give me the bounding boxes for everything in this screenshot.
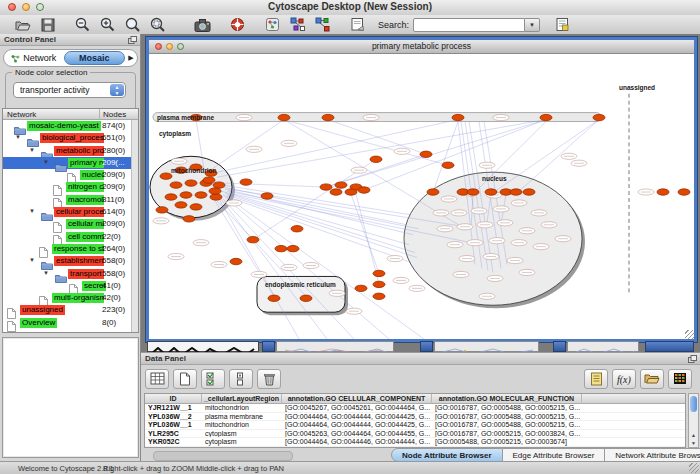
gene-node[interactable]: [322, 114, 334, 120]
gene-node[interactable]: [209, 188, 221, 194]
tree-node-label[interactable]: nitrogen compo...: [66, 182, 104, 192]
gene-node[interactable]: [523, 189, 535, 195]
search-dropdown-icon[interactable]: ▼: [525, 18, 540, 32]
gene-node[interactable]: [330, 189, 342, 195]
gene-node[interactable]: [287, 245, 299, 251]
gene-node[interactable]: [213, 182, 225, 188]
table-row[interactable]: YPL036W__1mitochondrion[GO:0044464, GO:0…: [145, 421, 685, 430]
table-row[interactable]: YPL036W__2plasma membrane[GO:0044464, GO…: [145, 413, 685, 422]
network-edge[interactable]: [491, 120, 599, 194]
network-edge[interactable]: [516, 120, 599, 194]
tab-mosaic[interactable]: Mosaic: [64, 51, 126, 65]
search-index-button[interactable]: [550, 16, 575, 34]
gene-node[interactable]: [247, 237, 259, 243]
background-window-fragment[interactable]: [276, 341, 394, 352]
tree-expand-arrow-icon[interactable]: ▼: [43, 159, 49, 165]
tree-row[interactable]: multi-organism pro...42(0): [3, 292, 132, 304]
network-edge[interactable]: [227, 195, 417, 258]
gene-node[interactable]: [230, 258, 242, 264]
gene-node[interactable]: [370, 156, 382, 162]
tree-row[interactable]: secretion41(0): [3, 280, 132, 292]
gene-node[interactable]: [320, 184, 332, 190]
gene-node[interactable]: [510, 189, 522, 195]
attribute-table[interactable]: ID_cellularLayoutRegionannotation.GO CEL…: [144, 393, 686, 448]
table-column-header[interactable]: ID: [145, 394, 202, 404]
tree-node-label[interactable]: unassigned: [20, 305, 65, 315]
scroll-up-icon[interactable]: ▲: [689, 431, 698, 439]
table-column-header[interactable]: annotation.GO CELLULAR_COMPONENT: [282, 394, 432, 404]
export-snapshot-button[interactable]: [190, 16, 215, 34]
tree-expand-arrow-icon[interactable]: ▼: [29, 208, 35, 214]
gene-node[interactable]: [180, 192, 192, 198]
tab-overflow-arrow-icon[interactable]: ▶: [125, 54, 137, 62]
gene-node[interactable]: [467, 189, 479, 195]
background-window-fragment[interactable]: [262, 341, 275, 352]
gene-node[interactable]: [291, 226, 303, 232]
scroll-down-icon[interactable]: ▼: [689, 439, 698, 447]
network-window-titlebar[interactable]: primary metabolic process: [149, 40, 694, 54]
tree-expand-arrow-icon[interactable]: ▼: [43, 270, 49, 276]
tree-node-label[interactable]: cellular process: [54, 207, 104, 217]
tree-row[interactable]: mosaic-demo-yeast874(0): [3, 120, 132, 132]
gene-node[interactable]: [170, 182, 182, 188]
app-resize-grip[interactable]: [689, 463, 699, 473]
gene-node[interactable]: [442, 162, 454, 168]
tree-node-label[interactable]: metabolic process: [54, 146, 104, 156]
tree-row[interactable]: cellular metabo...209(0): [3, 218, 132, 230]
tree-row[interactable]: ▼metabolic process280(0): [3, 145, 132, 157]
tree-scrollbar[interactable]: [131, 120, 138, 333]
gene-node[interactable]: [183, 216, 195, 222]
tree-node-label[interactable]: cell communicat...: [66, 232, 104, 242]
gene-node[interactable]: [373, 281, 385, 287]
network-edge[interactable]: [217, 120, 546, 178]
gene-node[interactable]: [355, 285, 367, 291]
gene-node[interactable]: [335, 182, 347, 188]
gene-node[interactable]: [657, 189, 669, 195]
gene-node[interactable]: [427, 189, 439, 195]
zoom-in-button[interactable]: [95, 16, 120, 34]
birdseye-overview-panel[interactable]: [2, 337, 139, 458]
gene-node[interactable]: [175, 202, 187, 208]
help-lifering-icon[interactable]: [225, 16, 250, 34]
gene-node[interactable]: [540, 114, 552, 120]
tree-node-label[interactable]: Overview: [20, 318, 57, 328]
import-attributes-folder-button[interactable]: [640, 369, 664, 389]
tree-node-label[interactable]: primary metabolic...: [68, 158, 104, 168]
tree-row[interactable]: ▼biological_process651(0): [3, 132, 132, 144]
network-canvas[interactable]: plasma membranecytoplasmmitochondrionnuc…: [149, 54, 694, 339]
tree-row[interactable]: macromolecule...311(0): [3, 194, 132, 206]
network-edge[interactable]: [225, 183, 326, 187]
tab-edge-attribute-browser[interactable]: Edge Attribute Browser: [503, 448, 606, 462]
tree-node-label[interactable]: transport: [68, 269, 104, 279]
gene-node[interactable]: [210, 194, 222, 200]
attribute-notes-button[interactable]: [584, 369, 608, 389]
gene-node[interactable]: [240, 179, 252, 185]
tree-node-label[interactable]: biological_process: [40, 133, 104, 143]
gene-node[interactable]: [165, 194, 177, 200]
gene-node[interactable]: [203, 177, 215, 183]
table-horizontal-scrollbar[interactable]: [153, 451, 293, 461]
annotation-button[interactable]: [345, 16, 370, 34]
network-edge[interactable]: [284, 120, 448, 166]
background-window-fragment[interactable]: [553, 341, 566, 352]
tree-row[interactable]: Overview8(0): [3, 317, 132, 329]
gene-node[interactable]: [278, 114, 290, 120]
heatmap-matrix-button[interactable]: [668, 369, 692, 389]
background-window-fragment[interactable]: [567, 341, 639, 352]
formula-fx-button[interactable]: f(x): [612, 369, 636, 389]
delete-attribute-trash-button[interactable]: [257, 369, 281, 389]
background-window-fragment[interactable]: [645, 341, 694, 352]
gene-node[interactable]: [485, 189, 497, 195]
tree-node-label[interactable]: response to stimulu...: [52, 244, 104, 254]
gene-node[interactable]: [420, 151, 432, 157]
tree-row[interactable]: ▼transport558(0): [3, 268, 132, 280]
search-input[interactable]: [413, 18, 525, 32]
table-column-header[interactable]: annotation.GO MOLECULAR_FUNCTION: [432, 394, 582, 404]
network-edge[interactable]: [213, 120, 458, 174]
tree-node-label[interactable]: establishment of lo...: [54, 256, 104, 266]
scrollbar-thumb[interactable]: [690, 396, 697, 412]
table-row[interactable]: YJR121W__1mitochondrion[GO:0045267, GO:0…: [145, 404, 685, 413]
gene-node[interactable]: [373, 293, 385, 299]
gene-node[interactable]: [358, 187, 370, 193]
tree-node-label[interactable]: mosaic-demo-yeast: [27, 121, 101, 131]
